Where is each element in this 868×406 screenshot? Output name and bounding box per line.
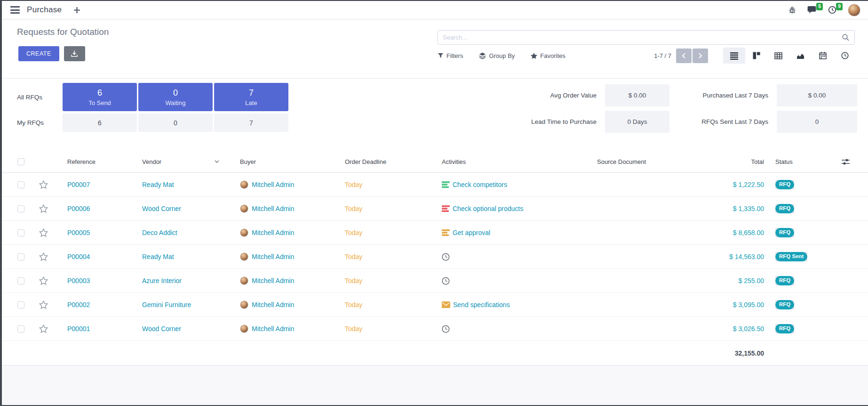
- activity-link[interactable]: Check optional products: [453, 205, 523, 212]
- row-checkbox[interactable]: [17, 229, 24, 236]
- table-row[interactable]: P00004 Ready Mat Mitchell Admin Today $ …: [2, 245, 868, 269]
- buyer-link[interactable]: Mitchell Admin: [252, 253, 294, 260]
- my-late-card[interactable]: 7: [214, 114, 288, 132]
- vendor-link[interactable]: Wood Corner: [142, 205, 181, 212]
- search-input[interactable]: [438, 34, 842, 41]
- pager-previous-button[interactable]: [676, 49, 692, 63]
- select-all-checkbox[interactable]: [17, 158, 24, 165]
- favorite-star-icon[interactable]: [39, 276, 48, 285]
- reference-link[interactable]: P00007: [67, 181, 90, 188]
- reference-link[interactable]: P00002: [67, 301, 90, 309]
- my-to-send-card[interactable]: 6: [63, 114, 137, 132]
- search-icon[interactable]: [842, 33, 850, 41]
- table-row[interactable]: P00007 Ready Mat Mitchell Admin Today Ch…: [2, 173, 868, 197]
- buyer-link[interactable]: Mitchell Admin: [252, 277, 294, 284]
- kanban-icon: [753, 52, 760, 59]
- buyer-link[interactable]: Mitchell Admin: [252, 301, 294, 309]
- tasks-icon[interactable]: [442, 205, 450, 212]
- reference-link[interactable]: P00001: [67, 325, 90, 333]
- activity-link[interactable]: Send specifications: [453, 301, 510, 309]
- row-checkbox[interactable]: [17, 205, 24, 212]
- to-send-card[interactable]: 6 To Send: [63, 83, 137, 111]
- row-checkbox[interactable]: [17, 253, 24, 260]
- column-header-status[interactable]: Status: [768, 151, 835, 172]
- export-button[interactable]: [64, 46, 85, 61]
- vendor-link[interactable]: Azure Interior: [142, 277, 182, 284]
- app-name[interactable]: Purchase: [27, 5, 62, 15]
- table-row[interactable]: P00006 Wood Corner Mitchell Admin Today …: [2, 197, 868, 221]
- vendor-link[interactable]: Deco Addict: [142, 229, 177, 236]
- column-header-order-deadline[interactable]: Order Deadline: [331, 151, 435, 172]
- buyer-avatar: [240, 180, 248, 189]
- table-row[interactable]: P00003 Azure Interior Mitchell Admin Tod…: [2, 269, 868, 293]
- row-checkbox[interactable]: [17, 325, 24, 333]
- waiting-card[interactable]: 0 Waiting: [138, 83, 213, 111]
- vendor-link[interactable]: Wood Corner: [142, 325, 181, 333]
- tasks-icon[interactable]: [442, 229, 450, 236]
- clock-activity-icon[interactable]: [442, 253, 450, 261]
- status-badge: RFQ: [775, 180, 794, 189]
- favorite-star-icon[interactable]: [39, 180, 48, 189]
- favorite-star-icon[interactable]: [39, 252, 48, 261]
- search-bar[interactable]: [438, 30, 855, 45]
- vendor-link[interactable]: Ready Mat: [142, 181, 174, 188]
- group-by-button[interactable]: Group By: [479, 52, 515, 59]
- graph-view-button[interactable]: [789, 48, 812, 64]
- buyer-link[interactable]: Mitchell Admin: [252, 205, 294, 212]
- table-row[interactable]: P00002 Gemini Furniture Mitchell Admin T…: [2, 293, 868, 317]
- favorite-star-icon[interactable]: [39, 300, 48, 309]
- favorite-star-icon[interactable]: [39, 325, 48, 333]
- messages-badge: 5: [816, 3, 823, 10]
- row-checkbox[interactable]: [17, 301, 24, 309]
- column-header-source-document[interactable]: Source Document: [585, 151, 675, 172]
- my-rfqs-label: My RFQs: [17, 114, 63, 132]
- column-header-total[interactable]: Total: [675, 151, 768, 172]
- plus-icon[interactable]: [74, 7, 80, 13]
- create-button[interactable]: CREATE: [18, 46, 59, 61]
- reference-link[interactable]: P00004: [67, 253, 90, 260]
- reference-link[interactable]: P00005: [67, 229, 90, 236]
- column-header-vendor[interactable]: Vendor: [137, 151, 228, 172]
- favorite-star-icon[interactable]: [39, 228, 48, 237]
- filters-button[interactable]: Filters: [438, 52, 463, 59]
- favorite-star-icon[interactable]: [39, 204, 48, 213]
- activity-link[interactable]: Check competitors: [453, 181, 507, 188]
- buyer-link[interactable]: Mitchell Admin: [252, 325, 294, 333]
- activity-link[interactable]: Get approval: [453, 229, 490, 236]
- activity-view-button[interactable]: [834, 48, 856, 64]
- calendar-view-button[interactable]: [812, 48, 834, 64]
- messages-icon[interactable]: 5: [807, 6, 817, 14]
- source-document-cell: [585, 293, 675, 317]
- activities-clock-icon[interactable]: 9: [828, 6, 836, 14]
- row-checkbox[interactable]: [17, 277, 24, 284]
- kanban-view-button[interactable]: [745, 48, 767, 64]
- favorites-button[interactable]: Favorites: [531, 52, 565, 59]
- apps-menu-icon[interactable]: [10, 6, 20, 14]
- row-checkbox[interactable]: [17, 181, 24, 188]
- list-view-button[interactable]: [723, 48, 745, 64]
- tasks-icon[interactable]: [442, 181, 450, 188]
- table-row[interactable]: P00001 Wood Corner Mitchell Admin Today …: [2, 317, 868, 341]
- column-header-activities[interactable]: Activities: [435, 151, 585, 172]
- bug-icon[interactable]: [788, 6, 796, 14]
- clock-activity-icon[interactable]: [442, 277, 450, 285]
- optional-columns-icon[interactable]: [842, 158, 850, 165]
- buyer-link[interactable]: Mitchell Admin: [252, 229, 294, 236]
- vendor-link[interactable]: Gemini Furniture: [142, 301, 191, 309]
- pivot-view-button[interactable]: [767, 48, 789, 64]
- reference-link[interactable]: P00003: [67, 277, 90, 284]
- my-waiting-card[interactable]: 0: [138, 114, 213, 132]
- all-rfqs-label: All RFQs: [17, 83, 63, 111]
- vendor-link[interactable]: Ready Mat: [142, 253, 174, 260]
- clock-activity-icon[interactable]: [442, 325, 450, 333]
- column-header-reference[interactable]: Reference: [54, 151, 137, 172]
- envelope-icon[interactable]: [442, 301, 450, 308]
- sort-caret-icon[interactable]: [215, 160, 219, 163]
- buyer-link[interactable]: Mitchell Admin: [252, 181, 294, 188]
- pager-next-button[interactable]: [693, 49, 708, 63]
- user-avatar[interactable]: [848, 4, 860, 16]
- late-card[interactable]: 7 Late: [214, 83, 288, 111]
- column-header-buyer[interactable]: Buyer: [228, 151, 331, 172]
- table-row[interactable]: P00005 Deco Addict Mitchell Admin Today …: [2, 221, 868, 245]
- reference-link[interactable]: P00006: [67, 205, 90, 212]
